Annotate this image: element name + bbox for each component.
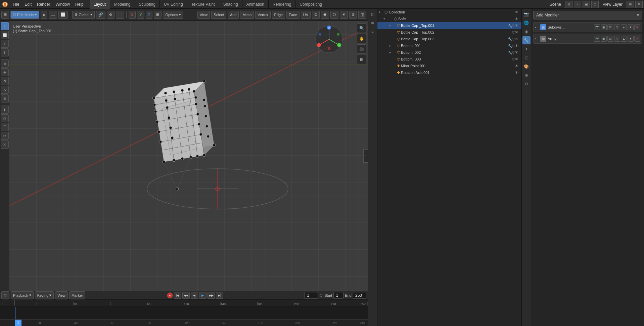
tree-item-bottom-003[interactable]: ▽ Bottom .003 ▽ 👁 [377, 56, 521, 63]
array-up-btn[interactable]: ▲ [621, 36, 627, 42]
edge-mode-btn[interactable]: — [49, 11, 57, 19]
prop-icon-particles[interactable]: ✦ [522, 45, 531, 53]
view-menu[interactable]: View [197, 11, 210, 19]
b003-visibility-eye[interactable]: 👁 [515, 57, 520, 61]
tree-item-bottle-cap-003[interactable]: ▽ Bottle Cap _Top.003 🔧 ▽ 👁 [377, 36, 521, 42]
zoom-tool-btn[interactable]: 🔍 [357, 24, 366, 33]
play-back-btn[interactable]: ◀ [191, 292, 198, 299]
array-down-btn[interactable]: ▼ [628, 36, 634, 42]
add-modifier-btn[interactable]: Add Modifier ▾ [533, 11, 642, 19]
timeline-scrub-area[interactable]: 1 20 40 60 80 120 140 160 200 220 240 [0, 307, 368, 326]
workspace-modeling[interactable]: Modeling [110, 0, 135, 9]
timeline-editor-type-btn[interactable]: ⏱ [1, 291, 9, 299]
proportional-edit-btn[interactable]: ⊚ [107, 11, 114, 19]
prop-icon-physics[interactable]: ⬡ [522, 54, 531, 62]
subdiv-render-btn[interactable]: ⊡ [607, 24, 613, 30]
prop-icon-modifier[interactable]: 🔧 [522, 36, 531, 44]
safe-visibility-eye[interactable]: 👁 [515, 17, 520, 21]
jump-start-btn[interactable]: |◀ [174, 292, 181, 299]
viewport-shading-mat[interactable]: ⬡ [330, 11, 338, 19]
vertex-mode-btn[interactable]: ● [41, 11, 48, 19]
quad-view-btn[interactable]: ⊞ [357, 55, 366, 64]
array-render-btn[interactable]: ⊡ [607, 36, 613, 42]
transform-extra[interactable]: ⊞ [154, 11, 162, 19]
options-btn[interactable]: Options ▾ [163, 11, 183, 19]
main-viewport[interactable]: User Perspective (1) Bottle Cap _Top.001… [9, 21, 368, 291]
b001-visibility-eye[interactable]: 👁 [515, 44, 520, 48]
timeline-view-menu[interactable]: View [55, 291, 68, 299]
viewport-overlay-btn[interactable]: ⊚ [349, 11, 357, 19]
extrude-tool-btn[interactable]: ⬆ [1, 106, 9, 114]
menu-help[interactable]: Help [73, 0, 86, 9]
panel-icon-view[interactable]: ⊕ [369, 19, 377, 27]
mesh-menu[interactable]: Mesh [240, 11, 254, 19]
subdiv-up-btn[interactable]: ▲ [621, 24, 627, 30]
move-tool-btn[interactable]: ✛ [1, 68, 9, 76]
uv-menu[interactable]: UV [301, 11, 311, 19]
scene-options-btn[interactable]: ⊞ [565, 1, 572, 8]
select-box-btn[interactable]: ⬜ [1, 31, 9, 39]
prop-icon-output[interactable]: 🌐 [522, 19, 531, 27]
tree-item-bottle-cap-002[interactable]: ▽ Bottle Cap _Top.002 ▽ 👁 [377, 29, 521, 36]
cursor-tool-btn[interactable]: ⊕ [1, 59, 9, 68]
frame-current-display[interactable]: 1 [305, 292, 318, 299]
tree-item-bottle-cap-001[interactable]: ▸ ▽ Bottle Cap _Top.001 🔧 ▽ 👁 [377, 22, 521, 29]
transform-tool-btn[interactable]: ⊞ [1, 94, 9, 103]
mode-selector[interactable]: ⬡ Edit Mode ▾ [10, 11, 39, 19]
scene-pin-btn[interactable]: × [574, 1, 581, 8]
camera-view-btn[interactable]: 🎥 [357, 44, 366, 54]
menu-render[interactable]: Render [34, 0, 53, 9]
jump-end-btn[interactable]: ▶| [216, 292, 223, 299]
tree-item-bottom-002[interactable]: ▸ ▽ Bottom .002 🔧 ▽ 👁 [377, 49, 521, 56]
prop-icon-constraints[interactable]: 🎨 [522, 63, 531, 71]
snap-btn[interactable]: 🔗 [96, 11, 105, 19]
prop-icon-object-data[interactable]: ⊕ [522, 71, 531, 79]
loop-cut-btn[interactable]: ✂ [1, 132, 9, 140]
menu-edit[interactable]: Edit [22, 0, 34, 9]
face-menu[interactable]: Face [286, 11, 299, 19]
bc001-visibility-eye[interactable]: 👁 [515, 24, 520, 28]
panel-collapse-btn[interactable]: ‹ [363, 149, 368, 163]
viewport-xray-btn[interactable]: ◫ [358, 11, 366, 19]
workspace-uv-editing[interactable]: UV Editing [160, 0, 187, 9]
prop-icon-render[interactable]: 📷 [522, 10, 531, 18]
subdiv-delete-btn[interactable]: ✕ [634, 24, 640, 30]
proportional-type-btn[interactable]: ⌒ [116, 11, 124, 19]
workspace-layout[interactable]: Layout [90, 0, 110, 9]
subdiv-camera-btn[interactable]: 📷 [594, 24, 600, 30]
workspace-texture-paint[interactable]: Texture Paint [187, 0, 219, 9]
viewport-shading-wire[interactable]: ⊙ [312, 11, 320, 19]
array-edit-btn[interactable]: ▽ [614, 36, 620, 42]
menu-file[interactable]: File [10, 0, 22, 9]
ra-visibility-eye[interactable]: 👁 [515, 71, 520, 75]
vertex-menu[interactable]: Vertex [255, 11, 270, 19]
tree-item-collection[interactable]: ▾ ⬡ Collection 👁 [377, 9, 521, 15]
bc003-visibility-eye[interactable]: 👁 [515, 37, 520, 41]
select-circle-btn[interactable]: ○ [1, 40, 9, 48]
panel-icon-filter[interactable]: ◫ [369, 10, 377, 18]
workspace-sculpting[interactable]: Sculpting [135, 0, 160, 9]
view-layer-add-btn[interactable]: ⊞ [627, 1, 634, 8]
subdiv-edit-btn[interactable]: ▽ [614, 24, 620, 30]
collection-visibility-eye[interactable]: 👁 [515, 10, 520, 14]
render-display-btn[interactable]: ▣ [583, 1, 590, 8]
array-delete-btn[interactable]: ✕ [634, 36, 640, 42]
tree-item-safe[interactable]: ▾ ⬡ Safe 👁 [377, 15, 521, 22]
view-layer-pin-btn[interactable]: × [635, 1, 643, 8]
tree-item-rotation-axis[interactable]: ✚ Rotation Axis.001 👁 [377, 69, 521, 76]
step-forward-btn[interactable]: ▶▶ [208, 292, 215, 299]
step-back-btn[interactable]: ◀◀ [182, 292, 190, 299]
frame-end-display[interactable]: 250 [353, 292, 366, 299]
face-mode-btn[interactable]: ⬜ [58, 11, 68, 19]
mp-visibility-eye[interactable]: 👁 [515, 64, 520, 68]
tree-item-bottom-001[interactable]: ▸ ▽ Bottom .001 🔧 ▽ 👁 [377, 42, 521, 49]
array-viewport-btn[interactable]: ▣ [601, 36, 607, 42]
subdivision-header[interactable]: ▸ ⊞ Subdivis... 📷 ▣ ⊡ ▽ ▲ ▼ ✕ [534, 23, 642, 32]
viewport-shading-render[interactable]: ☀ [340, 11, 348, 19]
pan-tool-btn[interactable]: ✋ [357, 34, 366, 43]
axes-z[interactable]: Z [146, 11, 153, 19]
record-btn[interactable]: ● [167, 292, 173, 298]
editor-type-btn[interactable]: ⊞ [1, 11, 9, 19]
transform-orientation[interactable]: ⊕ Global ▾ [72, 11, 95, 19]
subdiv-down-btn[interactable]: ▼ [628, 24, 634, 30]
